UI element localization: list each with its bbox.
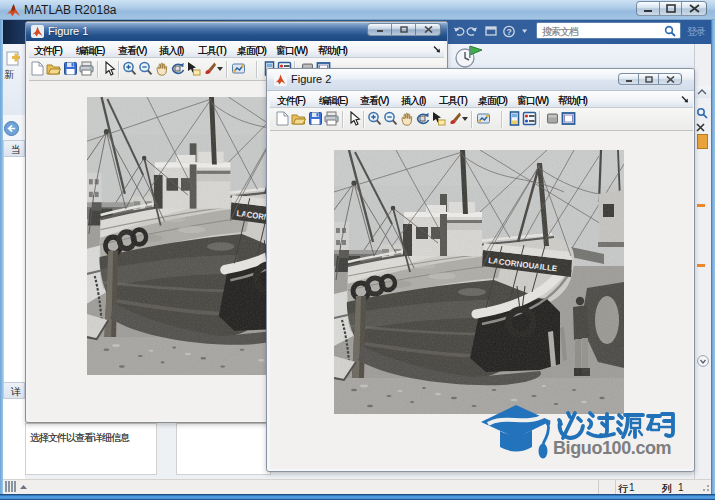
svg-text:Biguo100.com: Biguo100.com <box>553 438 671 458</box>
svg-text:?: ? <box>507 27 512 37</box>
